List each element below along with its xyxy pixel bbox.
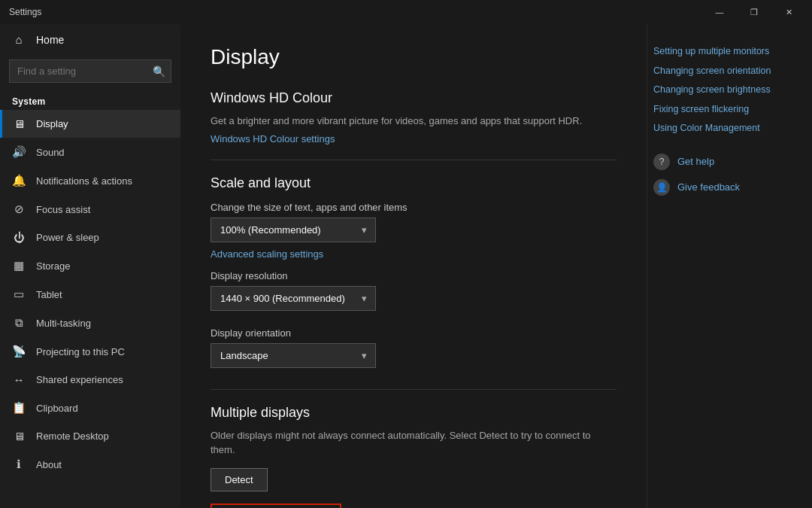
main-content: Display Windows HD Colour Get a brighter…: [180, 24, 647, 508]
multiple-displays-desc: Older displays might not always connect …: [211, 428, 617, 458]
window-controls: — ❐ ✕: [702, 0, 806, 24]
give-feedback-item[interactable]: 👤 Give feedback: [653, 179, 800, 196]
close-button[interactable]: ✕: [771, 0, 806, 24]
sidebar-item-display-label: Display: [36, 118, 68, 129]
sidebar-item-remote-label: Remote Desktop: [36, 430, 109, 442]
sidebar-item-projecting-label: Projecting to this PC: [36, 346, 125, 357]
orientation-label: Display orientation: [211, 327, 617, 339]
sound-icon: 🔊: [12, 145, 26, 159]
orientation-dropdown[interactable]: Landscape Portrait Landscape (flipped) P…: [211, 343, 376, 368]
advanced-scaling-link[interactable]: Advanced scaling settings: [211, 248, 617, 260]
sidebar-item-notifications[interactable]: 🔔 Notifications & actions: [0, 166, 180, 195]
search-input[interactable]: [9, 59, 171, 83]
sidebar-item-multitasking[interactable]: ⧉ Multi-tasking: [0, 309, 180, 337]
power-icon: ⏻: [12, 231, 26, 244]
related-link-2[interactable]: Changing screen brightness: [653, 84, 800, 97]
sidebar-item-focus-label: Focus assist: [36, 204, 90, 215]
remote-icon: 🖥: [12, 430, 26, 443]
help-section: ? Get help 👤 Give feedback: [653, 154, 800, 196]
multitasking-icon: ⧉: [12, 316, 26, 330]
sidebar-item-tablet-label: Tablet: [36, 289, 62, 300]
sidebar-item-display[interactable]: 🖥 Display: [0, 110, 180, 138]
display-icon: 🖥: [12, 117, 26, 130]
sidebar-item-storage[interactable]: ▦ Storage: [0, 251, 180, 280]
resolution-label: Display resolution: [211, 270, 617, 281]
sidebar-item-tablet[interactable]: ▭ Tablet: [0, 280, 180, 309]
sidebar-item-storage-label: Storage: [36, 260, 71, 272]
hdr-description: Get a brighter and more vibrant picture …: [211, 114, 617, 129]
sidebar-item-shared-label: Shared experiences: [36, 374, 123, 385]
minimize-button[interactable]: —: [702, 0, 737, 24]
sidebar-item-focus[interactable]: ⊘ Focus assist: [0, 195, 180, 224]
sidebar-item-clipboard[interactable]: 📋 Clipboard: [0, 394, 180, 422]
get-help-icon: ?: [653, 154, 670, 170]
scale-section-title: Scale and layout: [211, 175, 617, 191]
sidebar-item-clipboard-label: Clipboard: [36, 403, 78, 414]
sidebar-item-about-label: About: [36, 459, 62, 470]
projecting-icon: 📡: [12, 345, 26, 358]
clipboard-icon: 📋: [12, 401, 26, 415]
orientation-dropdown-wrap: Landscape Portrait Landscape (flipped) P…: [211, 343, 376, 368]
resolution-dropdown-wrap: 1440 × 900 (Recommended) 1280 × 800 1024…: [211, 286, 376, 311]
sidebar-item-shared[interactable]: ↔ Shared experiences: [0, 366, 180, 394]
advanced-display-link[interactable]: Advanced display settings: [211, 503, 341, 509]
related-link-4[interactable]: Using Color Management: [653, 122, 800, 135]
title-bar: Settings — ❐ ✕: [0, 0, 812, 24]
size-dropdown[interactable]: 100% (Recommended) 125% 150% 175%: [211, 217, 376, 242]
size-label: Change the size of text, apps and other …: [211, 202, 617, 213]
restore-button[interactable]: ❐: [737, 0, 771, 24]
storage-icon: ▦: [12, 259, 26, 272]
get-help-label: Get help: [677, 156, 714, 167]
notifications-icon: 🔔: [12, 174, 26, 187]
detect-button[interactable]: Detect: [211, 468, 268, 491]
sidebar-item-remote[interactable]: 🖥 Remote Desktop: [0, 422, 180, 450]
sidebar-item-notifications-label: Notifications & actions: [36, 175, 132, 187]
shared-icon: ↔: [12, 373, 26, 386]
app-title: Settings: [9, 7, 41, 17]
about-icon: ℹ: [12, 458, 26, 471]
search-box: 🔍: [9, 59, 171, 83]
divider-2: [211, 389, 617, 390]
system-section-label: System: [0, 90, 180, 110]
sidebar-item-projecting[interactable]: 📡 Projecting to this PC: [0, 337, 180, 366]
sidebar-item-sound[interactable]: 🔊 Sound: [0, 138, 180, 166]
size-dropdown-wrap: 100% (Recommended) 125% 150% 175%: [211, 217, 376, 242]
hdr-settings-link[interactable]: Windows HD Colour settings: [211, 133, 617, 144]
sidebar-item-power-label: Power & sleep: [36, 232, 99, 243]
search-icon[interactable]: 🔍: [153, 65, 165, 78]
related-link-3[interactable]: Fixing screen flickering: [653, 103, 800, 117]
get-help-item[interactable]: ? Get help: [653, 154, 800, 170]
sidebar-item-multitasking-label: Multi-tasking: [36, 318, 91, 329]
right-panel: Setting up multiple monitors Changing sc…: [647, 24, 812, 508]
sidebar-item-power[interactable]: ⏻ Power & sleep: [0, 224, 180, 251]
sidebar-item-about[interactable]: ℹ About: [0, 450, 180, 479]
related-link-1[interactable]: Changing screen orientation: [653, 65, 800, 78]
page-title: Display: [211, 45, 617, 69]
feedback-icon: 👤: [653, 179, 670, 196]
focus-icon: ⊘: [12, 202, 26, 216]
related-link-0[interactable]: Setting up multiple monitors: [653, 45, 800, 59]
sidebar: ⌂ Home 🔍 System 🖥 Display 🔊 Sound 🔔 Noti…: [0, 24, 180, 508]
home-icon: ⌂: [12, 33, 26, 46]
tablet-icon: ▭: [12, 287, 26, 301]
divider-1: [211, 160, 617, 160]
home-label: Home: [36, 34, 64, 46]
hdr-section-title: Windows HD Colour: [211, 90, 617, 106]
resolution-dropdown[interactable]: 1440 × 900 (Recommended) 1280 × 800 1024…: [211, 286, 376, 311]
give-feedback-label: Give feedback: [677, 181, 740, 193]
multiple-displays-title: Multiple displays: [211, 405, 617, 421]
sidebar-item-sound-label: Sound: [36, 147, 65, 158]
sidebar-item-home[interactable]: ⌂ Home: [0, 24, 180, 55]
